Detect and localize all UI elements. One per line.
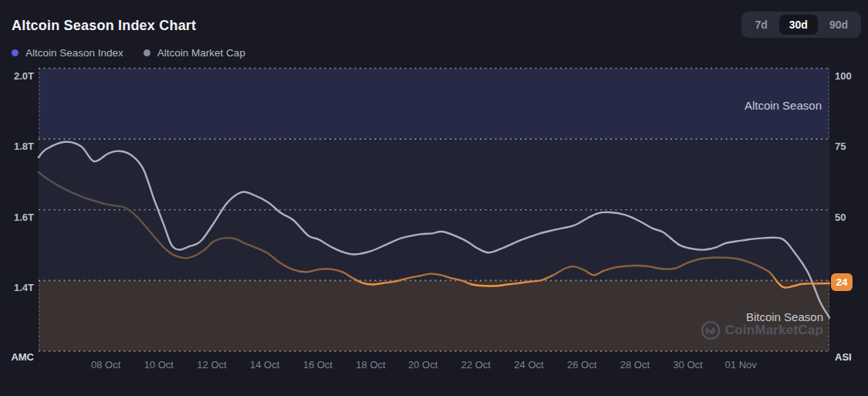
x-tick-20-oct: 20 Oct: [408, 359, 437, 371]
x-tick-08-oct: 08 Oct: [91, 359, 120, 371]
x-tick-10-oct: 10 Oct: [144, 359, 174, 371]
x-tick-14-oct: 14 Oct: [250, 359, 279, 371]
x-tick-26-oct: 26 Oct: [567, 359, 596, 371]
altcoin-season-band-label: Altcoin Season: [745, 99, 822, 112]
watermark: CoinMarketCap: [701, 320, 823, 340]
x-tick-30-oct: 30 Oct: [673, 359, 702, 371]
x-tick-01-nov: 01 Nov: [725, 359, 757, 371]
y-right-tick-75: 75: [835, 141, 846, 152]
x-tick-24-oct: 24 Oct: [514, 359, 543, 371]
altcoin-season-index-chart-widget: Altcoin Season Index Chart 7d30d90d Altc…: [0, 0, 868, 396]
x-tick-18-oct: 18 Oct: [356, 359, 385, 371]
y-left-tick-1.6T: 1.6T: [0, 212, 34, 223]
x-tick-12-oct: 12 Oct: [197, 359, 226, 371]
y-left-tick-1.4T: 1.4T: [0, 283, 34, 293]
x-tick-22-oct: 22 Oct: [461, 359, 491, 371]
x-tick-28-oct: 28 Oct: [620, 359, 650, 371]
latest-value-badge: 24: [831, 273, 853, 291]
y-right-tick-100: 100: [835, 71, 852, 82]
y-right-axis-name: ASI: [835, 352, 852, 363]
y-left-tick-2.0T: 2.0T: [0, 71, 34, 82]
bitcoin-season-band: [39, 280, 829, 351]
watermark-text: CoinMarketCap: [725, 323, 823, 338]
y-left-tick-1.8T: 1.8T: [0, 141, 34, 152]
coinmarketcap-logo-icon: [701, 320, 721, 340]
y-left-axis-name: AMC: [0, 352, 34, 363]
altcoin-season-band: [39, 69, 829, 140]
x-tick-16-oct: 16 Oct: [303, 359, 333, 371]
y-right-tick-50: 50: [835, 212, 846, 223]
